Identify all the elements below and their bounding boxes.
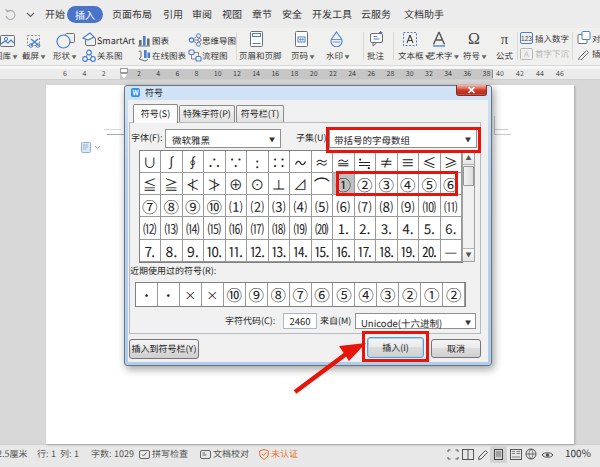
svg-text:Ω: Ω: [468, 30, 480, 47]
svg-text:123: 123: [521, 35, 532, 42]
svg-text:A: A: [524, 48, 529, 59]
svg-text:π: π: [501, 31, 509, 47]
